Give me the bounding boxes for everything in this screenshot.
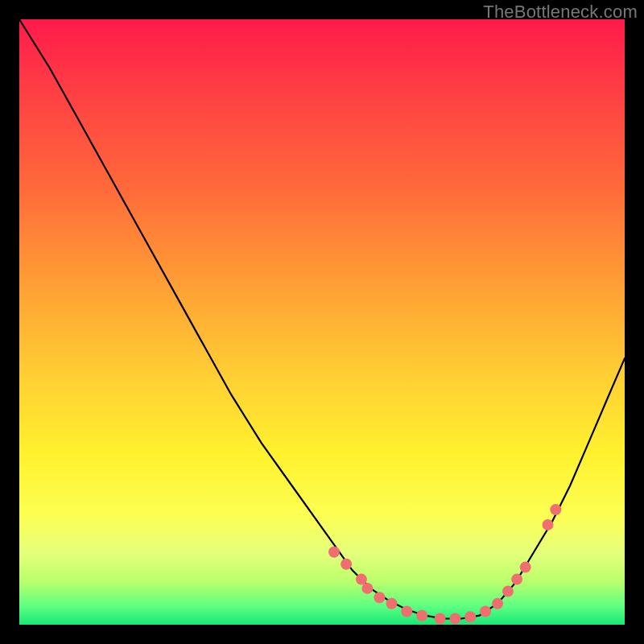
highlight-dot — [361, 583, 373, 594]
highlight-dots — [328, 504, 561, 624]
highlight-dot — [550, 504, 561, 515]
highlight-dot — [464, 611, 476, 622]
highlight-dot — [374, 592, 385, 603]
highlight-dot — [511, 574, 522, 585]
highlight-dot — [492, 598, 503, 609]
highlight-dot — [480, 606, 491, 617]
highlight-dot — [520, 562, 531, 573]
highlight-dot — [416, 610, 427, 621]
highlight-dot — [449, 613, 460, 625]
highlight-dot — [401, 606, 412, 617]
bottleneck-curve — [19, 19, 625, 619]
highlight-dot — [328, 547, 340, 558]
highlight-dot — [543, 519, 554, 530]
highlight-dot — [341, 559, 352, 570]
chart-svg — [19, 19, 625, 625]
highlight-dot — [386, 598, 398, 609]
chart-frame — [19, 19, 625, 625]
highlight-dot — [502, 586, 514, 597]
highlight-dot — [435, 613, 446, 625]
